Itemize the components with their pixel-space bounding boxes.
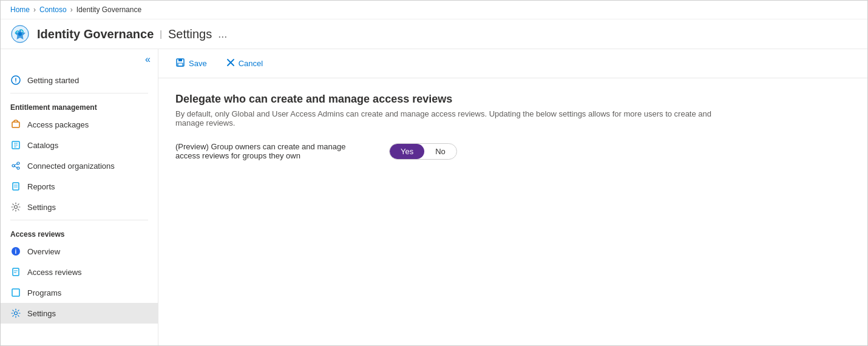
entitlement-settings-icon: [10, 202, 21, 212]
entitlement-section-header: Entitlement management: [1, 96, 158, 114]
programs-icon: [10, 287, 21, 298]
breadcrumb: Home › Contoso › Identity Governance: [1, 1, 867, 19]
reports-label: Reports: [27, 182, 55, 191]
sidebar-item-overview[interactable]: i Overview: [1, 241, 158, 262]
access-reviews-settings-icon: [10, 308, 21, 319]
svg-rect-19: [13, 268, 19, 276]
access-reviews-icon: [10, 266, 21, 277]
sidebar: « Getting started Entitlement management…: [1, 49, 158, 345]
access-reviews-section-header: Access reviews: [1, 223, 158, 241]
ellipsis-menu[interactable]: ...: [218, 28, 227, 41]
access-packages-label: Access packages: [27, 120, 89, 129]
collapse-sidebar-button[interactable]: «: [145, 54, 151, 65]
svg-point-23: [15, 312, 18, 315]
catalogs-label: Catalogs: [27, 141, 58, 150]
svg-rect-22: [12, 289, 19, 296]
svg-rect-25: [178, 59, 182, 61]
sidebar-item-catalogs[interactable]: Catalogs: [1, 135, 158, 155]
setting-row-group-owners: (Preview) Group owners can create and ma…: [175, 142, 850, 160]
programs-label: Programs: [27, 288, 61, 297]
cancel-button[interactable]: Cancel: [222, 56, 268, 71]
sidebar-item-getting-started[interactable]: Getting started: [1, 70, 158, 90]
header-subtitle: Settings: [168, 27, 212, 41]
identity-governance-icon: [10, 24, 30, 44]
settings-content: Delegate who can create and manage acces…: [158, 78, 867, 185]
entitlement-settings-label: Settings: [27, 203, 56, 212]
sidebar-item-connected-organizations[interactable]: Connected organizations: [1, 155, 158, 176]
sidebar-item-access-reviews-settings[interactable]: Settings: [1, 303, 158, 324]
getting-started-label: Getting started: [27, 76, 79, 85]
sidebar-item-entitlement-settings[interactable]: Settings: [1, 197, 158, 217]
svg-rect-3: [12, 122, 19, 127]
access-packages-icon: [10, 119, 21, 130]
save-label: Save: [189, 59, 207, 68]
sidebar-item-reports[interactable]: Reports: [1, 176, 158, 197]
toggle-yes-button[interactable]: Yes: [390, 144, 424, 159]
access-reviews-settings-label: Settings: [27, 309, 56, 318]
setting-label-group-owners: (Preview) Group owners can create and ma…: [175, 142, 370, 160]
header-title: Identity Governance: [37, 27, 154, 41]
svg-point-8: [12, 165, 15, 167]
getting-started-icon: [10, 75, 21, 86]
access-reviews-label: Access reviews: [27, 268, 82, 277]
sidebar-item-access-packages[interactable]: Access packages: [1, 114, 158, 135]
svg-point-10: [17, 167, 19, 169]
breadcrumb-home[interactable]: Home: [10, 5, 30, 14]
breadcrumb-contoso[interactable]: Contoso: [39, 5, 67, 14]
page-header: Identity Governance | Settings ...: [1, 19, 867, 49]
connected-organizations-icon: [10, 160, 21, 171]
overview-icon: i: [10, 246, 21, 257]
svg-line-12: [15, 166, 17, 168]
toolbar: Save Cancel: [158, 49, 867, 78]
cancel-icon: [226, 58, 235, 69]
save-icon: [175, 58, 185, 69]
content-area: Save Cancel Delegate who can create and …: [158, 49, 867, 345]
save-button[interactable]: Save: [171, 55, 212, 72]
svg-point-9: [17, 162, 19, 165]
sidebar-item-programs[interactable]: Programs: [1, 282, 158, 303]
cancel-label: Cancel: [239, 59, 263, 68]
toggle-group-yes-no: Yes No: [389, 143, 457, 160]
svg-line-11: [15, 164, 17, 165]
settings-description: By default, only Global and User Access …: [175, 109, 722, 127]
svg-point-16: [15, 206, 18, 209]
sidebar-item-access-reviews[interactable]: Access reviews: [1, 262, 158, 282]
settings-title: Delegate who can create and manage acces…: [175, 93, 850, 106]
toggle-no-button[interactable]: No: [424, 144, 456, 159]
svg-point-1: [18, 32, 22, 36]
svg-rect-13: [13, 183, 19, 190]
overview-label: Overview: [27, 247, 60, 256]
reports-icon: [10, 181, 21, 192]
catalogs-icon: [10, 140, 21, 151]
svg-text:i: i: [15, 248, 17, 255]
connected-organizations-label: Connected organizations: [27, 161, 115, 171]
breadcrumb-current: Identity Governance: [76, 5, 141, 14]
